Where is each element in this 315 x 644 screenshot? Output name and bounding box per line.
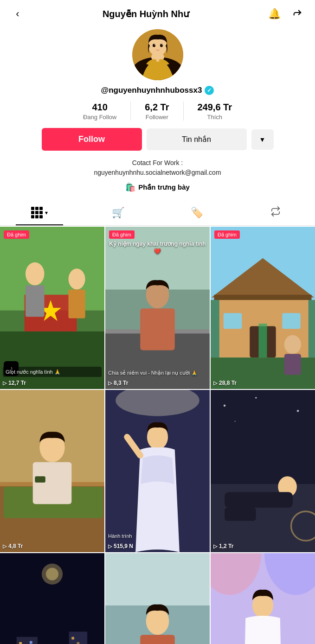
tab-shop[interactable]: 🛒	[79, 200, 158, 225]
svg-point-49	[224, 405, 226, 407]
svg-rect-55	[225, 492, 293, 508]
svg-point-33	[284, 335, 301, 354]
video-grid: Đã ghim ♪ Giọt nước nghĩa tình 🙏 ▷ 12,7 …	[0, 227, 315, 644]
showcase-row[interactable]: 🛍️ Phần trưng bày	[125, 182, 190, 192]
video-caption-2: Chia sẻ niềm vui - Nhận lại nụ cười 🙏	[108, 370, 207, 376]
svg-rect-56	[225, 508, 256, 521]
svg-rect-67	[71, 637, 74, 640]
svg-point-14	[26, 262, 45, 286]
tagged-icon: 🏷️	[191, 207, 203, 219]
view-count-3: ▷ 28,8 Tr	[213, 380, 237, 386]
svg-rect-35	[258, 324, 267, 357]
tab-videos[interactable]: ▾	[0, 200, 79, 225]
svg-point-52	[235, 421, 236, 422]
stats-row: 410 Đang Follow 6,2 Tr Follower 249,6 Tr…	[9, 102, 306, 121]
chevron-down-icon: ▼	[259, 136, 266, 143]
pinned-badge-3: Đã ghim	[214, 230, 240, 239]
bio-section: Cotact For Work : nguyenhuynhnhu.socialn…	[89, 158, 225, 178]
svg-point-16	[69, 268, 85, 289]
video-cell-2[interactable]: Đã ghim Kỷ niệm ngày khai trương nghĩa t…	[105, 227, 210, 389]
svg-point-8	[161, 45, 162, 45]
shop-icon: 🛍️	[125, 182, 135, 192]
stat-following[interactable]: 410 Đang Follow	[69, 102, 130, 121]
notification-icon[interactable]: 🔔	[266, 8, 283, 20]
svg-point-71	[46, 568, 58, 580]
stat-followers[interactable]: 6,2 Tr Follower	[130, 102, 183, 121]
grid-view-icon: ▾	[31, 207, 48, 218]
svg-point-7	[154, 45, 155, 45]
tab-tagged[interactable]: 🏷️	[158, 200, 237, 225]
play-icon-1: ▷	[3, 380, 6, 386]
view-count-4: ▷ 4,8 Tr	[3, 543, 23, 549]
svg-rect-31	[282, 313, 301, 329]
svg-rect-28	[214, 295, 312, 300]
follow-button[interactable]: Follow	[42, 128, 142, 151]
showcase-label: Phần trưng bày	[138, 183, 190, 191]
followers-label: Follower	[146, 114, 168, 121]
svg-rect-41	[33, 462, 72, 504]
video-cell-7[interactable]	[0, 553, 104, 644]
shop-tab-icon: 🛒	[112, 207, 124, 219]
repost-icon	[270, 206, 281, 219]
svg-rect-64	[19, 642, 22, 644]
likes-count: 249,6 Tr	[198, 102, 232, 113]
avatar	[132, 29, 183, 80]
tab-repost[interactable]	[236, 200, 315, 225]
video-cell-8[interactable]	[105, 553, 210, 644]
action-buttons: Follow Tin nhắn ▼	[42, 128, 274, 151]
pinned-badge-1: Đã ghim	[4, 230, 29, 239]
svg-rect-30	[224, 313, 242, 329]
svg-rect-48	[211, 390, 315, 484]
username-row: @nguyenhuynhnhubossx3 ✓	[101, 86, 214, 95]
svg-rect-66	[30, 641, 32, 644]
pinned-badge-2: Đã ghim	[109, 230, 135, 239]
verified-badge: ✓	[205, 86, 214, 95]
svg-rect-34	[284, 354, 301, 375]
likes-label: Thích	[207, 114, 223, 121]
video-title-1: Giọt nước nghĩa tình 🙏	[3, 367, 102, 377]
tab-bar: ▾ 🛒 🏷️	[0, 200, 315, 226]
profile-section: @nguyenhuynhnhubossx3 ✓ 410 Đang Follow …	[0, 25, 315, 200]
svg-rect-17	[69, 289, 85, 318]
view-count-1: ▷ 12,7 Tr	[3, 380, 26, 386]
svg-rect-76	[140, 635, 175, 644]
play-icon-3: ▷	[213, 380, 217, 386]
followers-count: 6,2 Tr	[145, 102, 169, 113]
svg-point-6	[160, 44, 163, 47]
play-icon-5: ▷	[108, 543, 112, 549]
svg-point-50	[255, 397, 257, 398]
video-cell-1[interactable]: Đã ghim ♪ Giọt nước nghĩa tình 🙏 ▷ 12,7 …	[0, 227, 104, 389]
play-icon-2: ▷	[108, 380, 112, 386]
bio-line1: Cotact For Work :	[132, 159, 183, 166]
video-cell-4[interactable]: ▷ 4,8 Tr	[0, 390, 104, 552]
following-label: Đang Follow	[83, 114, 116, 121]
username-text: @nguyenhuynhnhubossx3	[101, 86, 202, 95]
bio-line2: nguyenhuynhnhu.socialnetwork@gmail.com	[94, 169, 221, 176]
message-button[interactable]: Tin nhắn	[147, 128, 247, 150]
play-icon-4: ▷	[3, 543, 6, 549]
svg-point-51	[297, 410, 299, 412]
following-count: 410	[92, 102, 107, 113]
video-cell-6[interactable]: ▷ 1,2 Tr	[211, 390, 315, 552]
video-cell-3[interactable]: Đã ghim ▷ 28,8 Tr	[211, 227, 315, 389]
video-top-text-2: Kỷ niệm ngày khai trương nghĩa tình ❤️	[108, 241, 207, 255]
play-icon-6: ▷	[213, 543, 217, 549]
video-cell-5[interactable]: Hành trình ▷ 515,9 N	[105, 390, 210, 552]
stat-likes[interactable]: 249,6 Tr Thích	[183, 102, 246, 121]
video-cell-9[interactable]	[211, 553, 315, 644]
svg-rect-73	[105, 553, 210, 606]
dropdown-arrow-icon: ▾	[45, 210, 48, 216]
view-count-5: ▷ 515,9 N	[108, 543, 133, 549]
back-icon[interactable]: ‹	[9, 8, 26, 20]
header: ‹ Nguyễn Huỳnh Như 🔔	[0, 0, 315, 25]
share-icon[interactable]	[289, 7, 306, 20]
more-options-button[interactable]: ▼	[251, 129, 274, 150]
svg-rect-42	[35, 476, 45, 483]
profile-title: Nguyễn Huỳnh Như	[26, 8, 266, 19]
svg-point-5	[153, 44, 155, 47]
video-caption-5: Hành trình	[108, 533, 207, 539]
svg-rect-23	[140, 308, 175, 350]
view-count-6: ▷ 1,2 Tr	[213, 543, 233, 549]
svg-rect-15	[26, 285, 45, 317]
svg-rect-68	[77, 642, 80, 644]
